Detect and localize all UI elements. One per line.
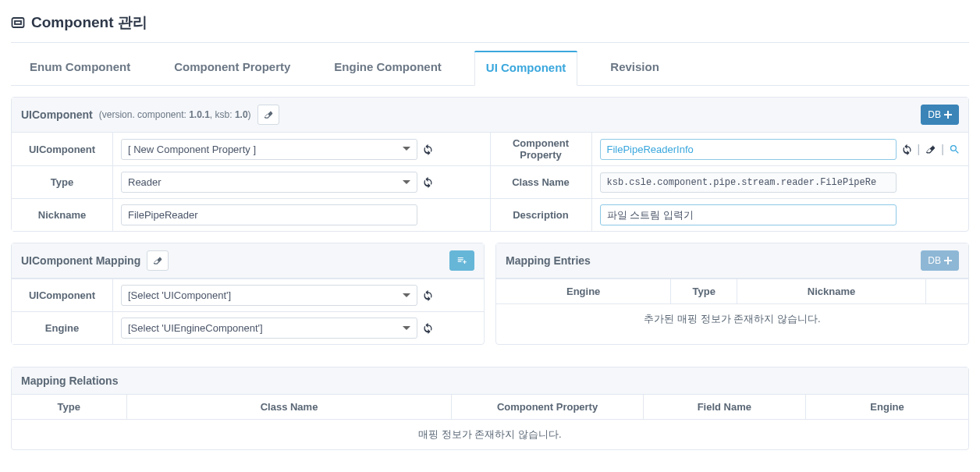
tab-revision[interactable]: Revision <box>599 51 670 85</box>
mapping-section-header: UIComponent Mapping <box>12 243 484 279</box>
relations-col-type: Type <box>12 395 126 420</box>
label-mapping-uicomponent: UIComponent <box>12 279 113 311</box>
uicomponent-section-header: UIComponent (version. component: 1.0.1, … <box>12 98 968 133</box>
relations-table: Type Class Name Component Property Field… <box>12 394 968 449</box>
db-button-label: DB <box>928 109 941 120</box>
nickname-input[interactable] <box>121 204 417 225</box>
refresh-icon <box>422 289 434 301</box>
uicomponent-form: UIComponent [ New Component Property ] T… <box>12 133 968 231</box>
erase-component-property-button[interactable] <box>925 144 936 155</box>
eraser-button[interactable] <box>257 105 279 125</box>
search-component-property-button[interactable] <box>949 144 960 155</box>
entries-section-header: Mapping Entries DB <box>496 243 968 279</box>
uicomponent-section-title: UIComponent <box>21 108 93 121</box>
label-description: Description <box>491 199 592 231</box>
tabs: Enum Component Component Property Engine… <box>11 51 969 86</box>
label-mapping-engine: Engine <box>12 312 113 344</box>
uicomponent-select[interactable]: [ New Component Property ] <box>121 139 417 160</box>
class-name-input <box>600 172 897 193</box>
db-add-button[interactable]: DB <box>921 105 959 125</box>
component-icon <box>11 16 25 30</box>
eraser-icon <box>152 255 163 266</box>
svg-rect-1 <box>15 21 21 24</box>
relations-col-class-name: Class Name <box>126 395 452 420</box>
refresh-type-button[interactable] <box>422 176 434 188</box>
label-component-property: Component Property <box>491 133 592 165</box>
entries-table: Engine Type Nickname 추가된 매핑 정보가 존재하지 않습니… <box>496 279 968 334</box>
relations-empty-row: 매핑 정보가 존재하지 않습니다. <box>12 420 968 450</box>
entries-col-action <box>926 279 968 304</box>
relations-section: Mapping Relations Type Class Name Compon… <box>11 367 969 450</box>
stack-plus-icon <box>456 255 467 266</box>
eraser-icon <box>263 109 274 120</box>
refresh-icon <box>422 144 434 155</box>
refresh-component-property-button[interactable] <box>901 144 913 155</box>
entries-col-engine: Engine <box>496 279 671 304</box>
relations-col-engine: Engine <box>806 395 968 420</box>
type-select[interactable]: Reader <box>121 172 417 193</box>
entries-section-title: Mapping Entries <box>506 254 591 267</box>
eraser-icon <box>925 144 936 155</box>
mapping-eraser-button[interactable] <box>147 250 169 271</box>
mapping-engine-select[interactable]: [Select 'UIEngineComponent'] <box>121 318 417 339</box>
mapping-add-button[interactable] <box>449 250 474 271</box>
refresh-uicomponent-button[interactable] <box>422 144 434 155</box>
refresh-mapping-engine-button[interactable] <box>422 322 434 334</box>
mapping-uicomponent-select[interactable]: [Select 'UIComponent'] <box>121 285 417 306</box>
refresh-icon <box>901 144 913 155</box>
search-icon <box>949 144 960 155</box>
refresh-mapping-uicomponent-button[interactable] <box>422 289 434 301</box>
relations-col-field-name: Field Name <box>643 395 805 420</box>
entries-section: Mapping Entries DB Engine Type Nickname <box>495 243 969 345</box>
label-nickname: Nickname <box>12 199 113 231</box>
tab-component-property[interactable]: Component Property <box>163 51 301 85</box>
entries-col-nickname: Nickname <box>737 279 926 304</box>
refresh-icon <box>422 176 434 188</box>
label-uicomponent: UIComponent <box>12 133 113 165</box>
entries-db-label: DB <box>928 255 941 266</box>
label-class-name: Class Name <box>491 166 592 198</box>
relations-section-header: Mapping Relations <box>12 367 968 394</box>
entries-col-type: Type <box>671 279 737 304</box>
entries-empty-row: 추가된 매핑 정보가 존재하지 않습니다. <box>496 304 968 335</box>
relations-section-title: Mapping Relations <box>21 374 118 387</box>
description-input[interactable] <box>600 204 897 225</box>
plus-icon <box>944 257 952 264</box>
svg-rect-0 <box>12 18 24 27</box>
mapping-section-title: UIComponent Mapping <box>21 254 140 267</box>
uicomponent-section: UIComponent (version. component: 1.0.1, … <box>11 97 969 232</box>
relations-col-component-property: Component Property <box>452 395 643 420</box>
tab-ui-component[interactable]: UI Component <box>474 51 578 86</box>
label-type: Type <box>12 166 113 198</box>
page-title: Component 관리 <box>31 12 147 33</box>
page-header: Component 관리 <box>11 8 969 43</box>
entries-db-add-button[interactable]: DB <box>921 250 959 271</box>
plus-icon <box>944 111 952 119</box>
component-property-input[interactable] <box>600 139 897 160</box>
mapping-section: UIComponent Mapping UIComponent [Select … <box>11 243 485 345</box>
version-info: (version. component: 1.0.1, ksb: 1.0) <box>99 109 251 120</box>
tab-enum-component[interactable]: Enum Component <box>19 51 141 85</box>
refresh-icon <box>422 322 434 334</box>
tab-engine-component[interactable]: Engine Component <box>323 51 453 85</box>
